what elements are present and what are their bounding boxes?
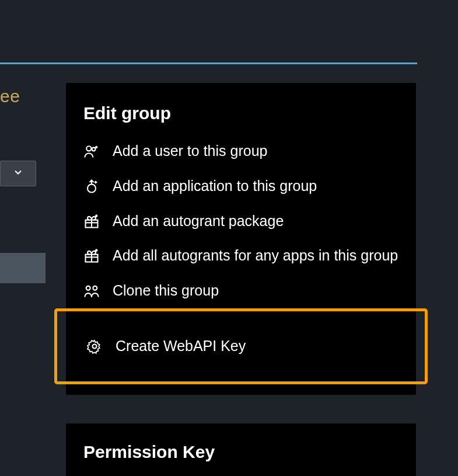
menu-item-label: Add an application to this group (113, 176, 398, 196)
menu-item-label: Add all autogrants for any apps in this … (113, 246, 398, 266)
clone-group-menu-item[interactable]: Clone this group (66, 273, 416, 308)
chevron-down-icon (12, 166, 24, 180)
svg-point-5 (86, 286, 90, 290)
permission-key-title: Permission Key (83, 442, 398, 462)
add-all-autogrants-menu-item[interactable]: Add all autogrants for any apps in this … (66, 238, 416, 273)
menu-item-label: Create WebAPI Key (116, 336, 396, 356)
create-webapi-key-menu-item[interactable]: Create WebAPI Key (57, 329, 425, 364)
menu-item-label: Add an autogrant package (113, 211, 398, 231)
edit-group-title: Edit group (66, 103, 416, 134)
add-package-icon (83, 213, 100, 230)
menu-item-label: Add a user to this group (113, 141, 398, 161)
svg-point-2 (88, 184, 96, 192)
add-autogrant-menu-item[interactable]: Add an autogrant package (66, 204, 416, 239)
add-application-menu-item[interactable]: Add an application to this group (66, 169, 416, 204)
svg-point-7 (93, 344, 97, 348)
add-user-menu-item[interactable]: Add a user to this group (66, 134, 416, 169)
svg-point-1 (92, 148, 96, 151)
add-package-icon (83, 248, 100, 264)
permission-key-panel: Permission Key (66, 423, 416, 476)
cropped-text-fragment: ee (0, 86, 20, 106)
highlighted-action: Create WebAPI Key (54, 308, 428, 384)
add-app-icon (83, 178, 100, 194)
dropdown-fragment[interactable] (0, 161, 36, 186)
clone-group-icon (83, 283, 100, 299)
menu-item-label: Clone this group (113, 281, 398, 301)
top-bar (0, 0, 417, 64)
add-user-icon (83, 143, 100, 159)
gear-icon (86, 338, 103, 355)
edit-group-panel: Edit group Add a user to this group Add … (66, 83, 416, 395)
sidebar-item-fragment[interactable] (0, 253, 46, 283)
svg-point-6 (93, 286, 97, 290)
svg-point-0 (86, 146, 91, 151)
